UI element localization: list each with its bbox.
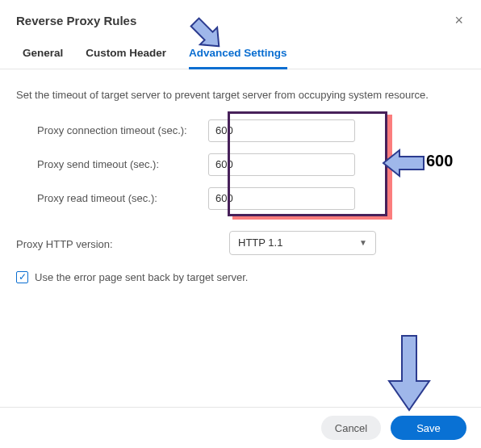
close-icon[interactable]: ×	[451, 10, 466, 31]
conn-timeout-input[interactable]	[208, 119, 355, 142]
row-conn-timeout: Proxy connection timeout (sec.):	[16, 119, 465, 142]
tab-general[interactable]: General	[23, 47, 63, 69]
http-version-select[interactable]: HTTP 1.1 ▼	[229, 231, 376, 255]
error-page-label: Use the error page sent back by target s…	[35, 270, 248, 286]
http-version-label: Proxy HTTP version:	[16, 233, 229, 253]
row-read-timeout: Proxy read timeout (sec.):	[16, 187, 465, 210]
annotation-600-label: 600	[426, 152, 453, 170]
send-timeout-input[interactable]	[208, 153, 355, 176]
read-timeout-input[interactable]	[208, 187, 355, 210]
read-timeout-label: Proxy read timeout (sec.):	[16, 187, 208, 207]
row-send-timeout: Proxy send timeout (sec.):	[16, 153, 465, 176]
title-bar: Reverse Proxy Rules ×	[0, 0, 481, 36]
dialog-body: Set the timeout of target server to prev…	[0, 69, 481, 293]
dialog-title: Reverse Proxy Rules	[16, 14, 136, 27]
conn-timeout-label: Proxy connection timeout (sec.):	[16, 119, 208, 139]
row-error-page: ✓ Use the error page sent back by target…	[16, 270, 465, 286]
row-http-version: Proxy HTTP version: HTTP 1.1 ▼	[16, 231, 465, 255]
reverse-proxy-dialog: Reverse Proxy Rules × General Custom Hea…	[0, 0, 481, 293]
http-version-value: HTTP 1.1	[238, 235, 282, 251]
dialog-footer: Cancel Save	[0, 407, 481, 448]
timeout-form: Proxy connection timeout (sec.): Proxy s…	[16, 119, 465, 286]
tab-advanced-settings[interactable]: Advanced Settings	[189, 47, 287, 69]
save-button[interactable]: Save	[391, 416, 466, 440]
error-page-checkbox[interactable]: ✓	[16, 271, 28, 283]
tab-custom-header[interactable]: Custom Header	[86, 47, 166, 69]
chevron-down-icon: ▼	[359, 237, 367, 249]
description-text: Set the timeout of target server to prev…	[16, 87, 465, 103]
arrow-annotation-save	[386, 334, 433, 413]
tab-bar: General Custom Header Advanced Settings	[0, 36, 481, 69]
send-timeout-label: Proxy send timeout (sec.):	[16, 153, 208, 173]
cancel-button[interactable]: Cancel	[321, 416, 381, 440]
